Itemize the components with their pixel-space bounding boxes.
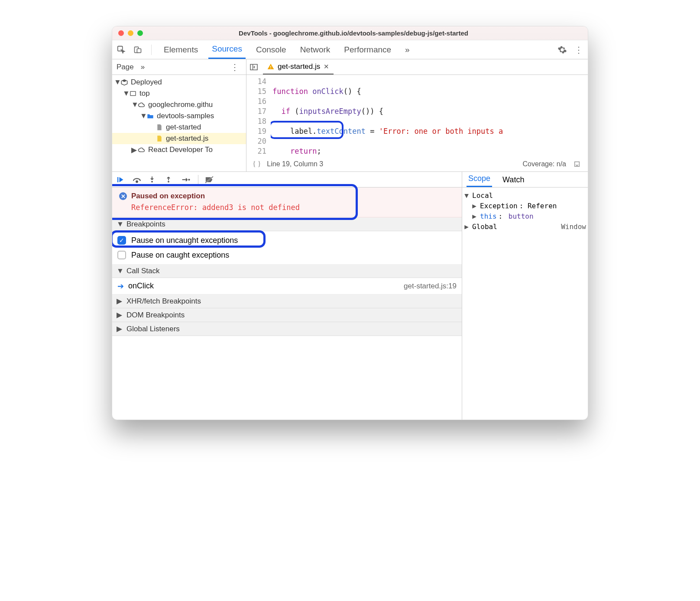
svg-rect-3 [130, 91, 136, 95]
navigator-header: Page » ⋮ [112, 59, 246, 75]
source-editor: get-started.js ✕ 1415161718192021 functi… [246, 59, 588, 171]
code-area[interactable]: function onClick() { if (inputsAreEmpty(… [271, 75, 588, 157]
coverage-toggle-icon[interactable] [572, 159, 582, 169]
editor-tabs: get-started.js ✕ [246, 59, 588, 75]
tabs-overflow[interactable]: » [402, 40, 413, 59]
scope-local[interactable]: ▼Local [464, 190, 586, 200]
main-tabstrip: Elements Sources Console Network Perform… [112, 40, 588, 59]
scope-this[interactable]: ▶this: button [464, 211, 586, 221]
navigator-pane: Page » ⋮ ▼Deployed ▼top ▼googlechrome.gi… [112, 59, 246, 171]
tab-network[interactable]: Network [297, 40, 334, 59]
tree-deployed[interactable]: ▼Deployed [112, 77, 246, 88]
minimize-window-button[interactable] [128, 30, 133, 36]
step-over-icon[interactable] [132, 176, 143, 183]
deployed-icon [120, 78, 128, 86]
resume-icon[interactable] [116, 176, 126, 184]
tree-react-devtools[interactable]: ▶React Developer To [112, 144, 246, 155]
dom-breakpoints-header[interactable]: ▶DOM Breakpoints [112, 308, 462, 322]
paused-title: Paused on exception [131, 192, 205, 200]
pretty-print-icon[interactable]: { } [253, 160, 261, 168]
tab-watch[interactable]: Watch [501, 173, 526, 187]
frame-icon [129, 90, 137, 97]
cursor-position: Line 19, Column 3 [267, 160, 323, 168]
svg-rect-9 [117, 177, 118, 182]
stack-location: get-started.js:19 [404, 282, 457, 291]
scope-global[interactable]: ▶GlobalWindow [464, 221, 586, 232]
settings-icon[interactable] [557, 45, 567, 55]
close-tab-icon[interactable]: ✕ [324, 63, 329, 71]
warning-icon [267, 63, 274, 70]
current-frame-icon: ➔ [117, 281, 124, 291]
svg-point-11 [151, 181, 153, 182]
folder-icon [146, 112, 154, 120]
js-file-icon [156, 135, 163, 142]
checkbox-checked-icon: ✓ [117, 236, 126, 245]
scope-exception[interactable]: ▶Exception: Referen [464, 200, 586, 211]
callstack-header[interactable]: ▼Call Stack [112, 264, 462, 278]
tab-console[interactable]: Console [253, 40, 290, 59]
navigator-tabs-overflow[interactable]: » [141, 63, 145, 71]
tree-file-html[interactable]: get-started [112, 122, 246, 133]
tree-file-js[interactable]: get-started.js [112, 133, 246, 144]
tree-domain[interactable]: ▼googlechrome.githu [112, 99, 246, 110]
window-title: DevTools - googlechrome.github.io/devtoo… [147, 29, 582, 37]
tab-sources[interactable]: Sources [208, 40, 246, 59]
more-menu-icon[interactable]: ⋮ [574, 45, 583, 55]
scope-pane: Scope Watch ▼Local ▶Exception: Referen ▶… [462, 172, 588, 420]
paused-message: ReferenceError: addend3 is not defined [131, 203, 455, 212]
titlebar: DevTools - googlechrome.github.io/devtoo… [112, 26, 588, 40]
tree-folder[interactable]: ▼devtools-samples [112, 110, 246, 122]
stack-function: onClick [128, 281, 154, 291]
global-listeners-header[interactable]: ▶Global Listeners [112, 322, 462, 336]
svg-rect-7 [270, 68, 271, 68]
xhr-breakpoints-header[interactable]: ▶XHR/fetch Breakpoints [112, 294, 462, 308]
svg-point-12 [168, 181, 169, 182]
navigator-more-icon[interactable]: ⋮ [228, 62, 242, 72]
cloud-icon [138, 146, 146, 154]
deactivate-breakpoints-icon[interactable] [204, 176, 215, 184]
paused-banner: ✕Paused on exception ReferenceError: add… [112, 187, 462, 217]
error-icon: ✕ [119, 192, 127, 200]
step-icon[interactable] [181, 177, 192, 183]
tab-scope[interactable]: Scope [467, 172, 492, 187]
checkbox-unchecked-icon [117, 251, 126, 259]
devtools-window: DevTools - googlechrome.github.io/devtoo… [112, 26, 588, 420]
line-gutter: 1415161718192021 [246, 75, 271, 157]
svg-point-10 [136, 181, 138, 182]
svg-point-13 [188, 178, 190, 180]
callstack-frame[interactable]: ➔ onClick get-started.js:19 [112, 278, 462, 294]
svg-rect-6 [270, 66, 271, 68]
inspect-element-icon[interactable] [117, 45, 126, 55]
tab-performance[interactable]: Performance [340, 40, 395, 59]
tab-elements[interactable]: Elements [160, 40, 201, 59]
zoom-window-button[interactable] [137, 30, 143, 36]
file-icon [156, 123, 163, 131]
navigator-tab-page[interactable]: Page [117, 63, 134, 71]
pause-uncaught-checkbox[interactable]: ✓Pause on uncaught exceptions [112, 233, 462, 248]
pause-caught-checkbox[interactable]: Pause on caught exceptions [112, 248, 462, 262]
coverage-status: Coverage: n/a [522, 160, 566, 168]
device-toolbar-icon[interactable] [133, 45, 143, 55]
step-out-icon[interactable] [165, 176, 175, 184]
editor-tab-label: get-started.js [278, 62, 320, 71]
toggle-navigator-icon[interactable] [249, 62, 259, 72]
close-window-button[interactable] [118, 30, 124, 36]
debugger-toolbar [112, 172, 462, 187]
cloud-icon [138, 101, 146, 109]
debugger-sidebar: ✕Paused on exception ReferenceError: add… [112, 172, 462, 420]
step-into-icon[interactable] [149, 176, 159, 184]
file-tree: ▼Deployed ▼top ▼googlechrome.githu ▼devt… [112, 75, 246, 171]
tree-top[interactable]: ▼top [112, 88, 246, 99]
editor-file-tab[interactable]: get-started.js ✕ [263, 59, 334, 74]
svg-rect-2 [137, 48, 141, 52]
breakpoints-header[interactable]: ▼Breakpoints [112, 217, 462, 231]
editor-footer: { } Line 19, Column 3 Coverage: n/a [246, 157, 588, 171]
